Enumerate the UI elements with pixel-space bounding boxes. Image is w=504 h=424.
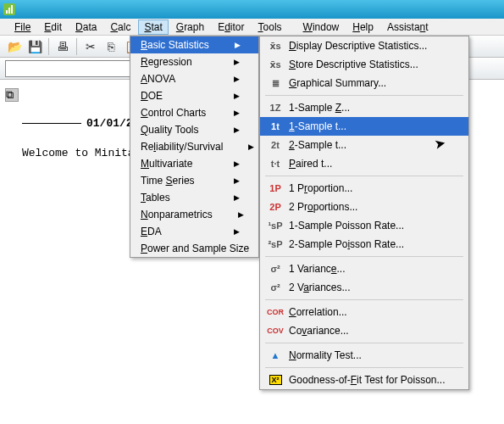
menu-editor[interactable]: Editor	[212, 20, 250, 35]
stat-doe[interactable]: DOE▶	[130, 87, 258, 104]
menu-help[interactable]: Help	[346, 20, 379, 35]
basic-statistics-submenu: x̄sDisplay Descriptive Statistics... x̄s…	[259, 36, 469, 390]
gof-icon: X²	[267, 375, 284, 385]
stat-time-series[interactable]: Time Series▶	[130, 172, 258, 189]
date-text: 01/01/2	[86, 117, 133, 130]
separator	[265, 367, 463, 368]
display-desc-icon: x̄s	[267, 41, 284, 52]
title-bar	[0, 0, 504, 19]
submenu-2-proportions[interactable]: 2P2 Proportions...	[260, 198, 468, 216]
submenu-store-descriptive[interactable]: x̄sStore Descriptive Statistics...	[260, 55, 468, 74]
submenu-1-sample-t[interactable]: 1t1-Sample t...	[260, 117, 468, 136]
menu-bar: File Edit Data Calc Stat Graph Editor To…	[0, 19, 504, 36]
separator	[265, 95, 463, 96]
submenu-2-sample-t[interactable]: 2t2-Sample t...	[260, 136, 468, 154]
submenu-gof-poisson[interactable]: X²Goodness-of-Fit Test for Poisson...	[260, 371, 468, 389]
menu-data[interactable]: Data	[69, 20, 102, 35]
submenu-1-poisson[interactable]: ¹sP1-Sample Poisson Rate...	[260, 216, 468, 235]
covariance-icon: COV	[267, 326, 284, 335]
submenu-correlation[interactable]: CORCorrelation...	[260, 303, 468, 321]
paired-t-icon: t·t	[267, 159, 284, 169]
session-icon[interactable]: ⧉	[5, 88, 19, 102]
two-t-icon: 2t	[267, 140, 284, 150]
stat-control-charts[interactable]: Control Charts▶	[130, 104, 258, 121]
graphical-summary-icon: ≣	[267, 78, 284, 89]
submenu-1-variance[interactable]: σ²1 Variance...	[260, 259, 468, 278]
menu-window[interactable]: Window	[297, 20, 346, 35]
submenu-covariance[interactable]: COVCovariance...	[260, 321, 468, 340]
submenu-display-descriptive[interactable]: x̄sDisplay Descriptive Statistics...	[260, 36, 468, 55]
menu-file[interactable]: File	[8, 20, 36, 35]
copy-icon[interactable]: ⎘	[102, 37, 120, 56]
stat-anova[interactable]: ANOVA▶	[130, 70, 258, 87]
separator	[76, 38, 77, 55]
separator	[265, 256, 463, 257]
one-prop-icon: 1P	[267, 183, 284, 193]
app-icon	[3, 3, 15, 15]
two-var-icon: σ²	[267, 282, 284, 293]
open-icon[interactable]: 📂	[5, 37, 24, 56]
stat-tables[interactable]: Tables▶	[130, 189, 258, 206]
save-icon[interactable]: 💾	[25, 37, 44, 56]
submenu-2-poisson[interactable]: ²sP2-Sample Poisson Rate...	[260, 235, 468, 254]
separator	[265, 299, 463, 300]
separator	[265, 343, 463, 343]
stat-reliability[interactable]: Reliability/Survival▶	[130, 138, 258, 155]
cut-icon[interactable]: ✂	[81, 37, 100, 56]
one-poisson-icon: ¹sP	[267, 220, 284, 231]
stat-multivariate[interactable]: Multivariate▶	[130, 155, 258, 172]
submenu-paired-t[interactable]: t·tPaired t...	[260, 154, 468, 173]
stat-quality-tools[interactable]: Quality Tools▶	[130, 121, 258, 138]
store-desc-icon: x̄s	[267, 59, 284, 70]
stat-power[interactable]: Power and Sample Size▶	[130, 240, 258, 257]
horizontal-rule	[22, 123, 81, 124]
menu-assistant[interactable]: Assistant	[381, 20, 435, 35]
two-prop-icon: 2P	[267, 202, 284, 212]
stat-eda[interactable]: EDA▶	[130, 223, 258, 240]
stat-nonparametrics[interactable]: Nonparametrics▶	[130, 206, 258, 223]
one-z-icon: 1Z	[267, 103, 284, 113]
two-poisson-icon: ²sP	[267, 239, 284, 249]
correlation-icon: COR	[267, 308, 284, 316]
one-t-icon: 1t	[267, 121, 284, 131]
stat-basic-statistics[interactable]: Basic Statistics▶	[130, 36, 258, 53]
separator	[48, 38, 49, 55]
stat-regression[interactable]: Regression▶	[130, 53, 258, 70]
menu-tools[interactable]: Tools	[252, 20, 288, 35]
submenu-1-proportion[interactable]: 1P1 Proportion...	[260, 179, 468, 198]
menu-calc[interactable]: Calc	[104, 20, 136, 35]
submenu-1-sample-z[interactable]: 1Z1-Sample Z...	[260, 98, 468, 117]
print-icon[interactable]: 🖶	[53, 37, 72, 56]
submenu-2-variances[interactable]: σ²2 Variances...	[260, 278, 468, 297]
menu-graph[interactable]: Graph	[170, 20, 210, 35]
menu-stat[interactable]: Stat	[138, 20, 168, 35]
normality-icon: ▲	[267, 350, 284, 360]
stat-dropdown: Basic Statistics▶ Regression▶ ANOVA▶ DOE…	[130, 36, 259, 258]
submenu-normality[interactable]: ▲Normality Test...	[260, 346, 468, 365]
submenu-graphical-summary[interactable]: ≣Graphical Summary...	[260, 74, 468, 92]
separator	[265, 176, 463, 176]
menu-edit[interactable]: Edit	[38, 20, 68, 35]
one-var-icon: σ²	[267, 264, 284, 274]
